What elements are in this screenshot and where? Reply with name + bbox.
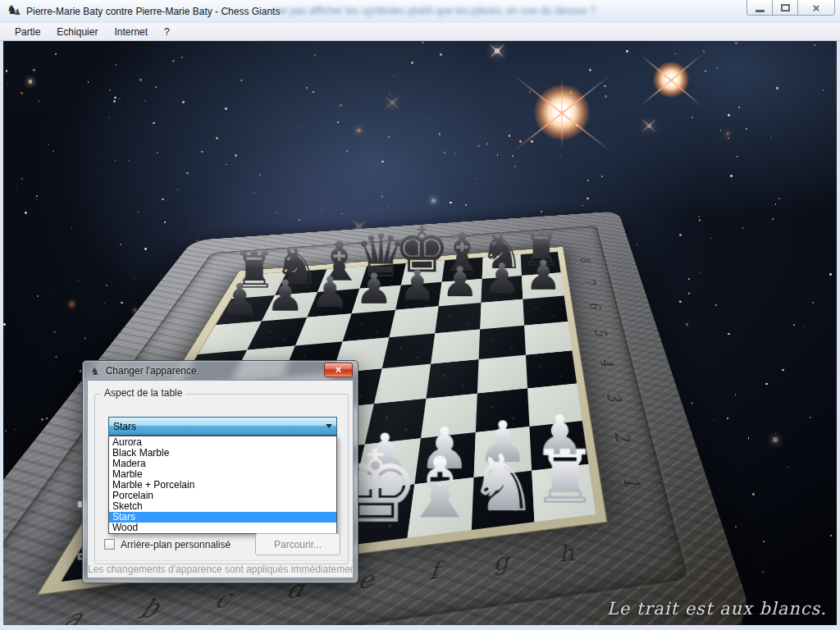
dialog-titlebar[interactable]: ♞ Changer l'apparence × (83, 361, 358, 379)
option-wood[interactable]: Wood (109, 523, 336, 533)
square-g6[interactable] (480, 299, 524, 330)
dialog-status-text: Les changements d'apparence sont appliqu… (88, 560, 353, 578)
menu-item-echiquier[interactable]: Echiquier (48, 25, 106, 39)
ghost-tooltip-text: ne pas afficher les symboles plutôt que … (276, 5, 751, 16)
square-h6[interactable] (523, 295, 568, 325)
close-icon: × (813, 2, 820, 14)
option-porcelain[interactable]: Porcelain (109, 491, 336, 501)
app-icon: ♞ ♟ (7, 4, 21, 19)
custom-background-label: Arrière-plan personnalisé (121, 539, 231, 550)
option-stars[interactable]: Stars (109, 512, 336, 523)
browse-button[interactable]: Parcourir... (255, 533, 340, 555)
table-aspect-combobox[interactable]: Stars (108, 417, 337, 436)
file-label-a: a (49, 602, 98, 625)
maximize-button[interactable] (772, 0, 798, 16)
custom-background-row: Arrière-plan personnalisé Parcourir... (104, 533, 341, 556)
file-label-g: g (487, 548, 515, 578)
custom-background-checkbox[interactable] (104, 539, 115, 550)
square-e6[interactable] (389, 306, 438, 337)
close-button[interactable]: × (797, 0, 835, 16)
combobox-value: Stars (113, 421, 136, 432)
maximize-icon (781, 4, 790, 11)
dialog-close-button[interactable]: × (324, 363, 353, 377)
square-d6[interactable] (343, 310, 395, 342)
rank-label-3: 3 (602, 389, 626, 406)
square-e5[interactable] (382, 333, 435, 368)
minimize-button[interactable] (746, 0, 773, 16)
rank-label-5: 5 (590, 326, 610, 339)
menu-item-partie[interactable]: Partie (7, 25, 48, 39)
square-g4[interactable] (477, 355, 527, 394)
square-e4[interactable] (374, 364, 431, 404)
menu-item-internet[interactable]: Internet (106, 25, 156, 39)
option-madera[interactable]: Madera (109, 459, 336, 469)
window-controls: × (747, 0, 835, 16)
file-label-b: b (127, 593, 171, 625)
square-f6[interactable] (435, 303, 481, 333)
piece-black-pawn[interactable]: ♟ (195, 278, 285, 322)
pawn-icon: ♟ (14, 7, 21, 16)
turn-status-message: Le trait est aux blancs. (607, 599, 827, 619)
square-a6[interactable] (198, 321, 262, 354)
knight-icon: ♞ (90, 365, 100, 377)
file-label-h: h (552, 540, 581, 568)
rank-label-6: 6 (585, 299, 605, 312)
square-f4[interactable] (426, 359, 478, 399)
dialog-client-area: Aspect de la table Stars AuroraBlack Mar… (87, 380, 354, 578)
dialog-title: Changer l'apparence (106, 365, 197, 377)
file-label-c: c (203, 583, 244, 616)
window-title: Pierre-Marie Baty contre Pierre-Marie Ba… (26, 6, 280, 17)
chevron-down-icon[interactable] (322, 418, 336, 434)
groupbox-label: Aspect de la table (101, 387, 185, 399)
minimize-icon (756, 10, 765, 12)
option-sketch[interactable]: Sketch (109, 501, 336, 512)
change-appearance-dialog: ♞ Changer l'apparence × Aspect de la tab… (82, 360, 358, 583)
titlebar: ♞ ♟ Pierre-Marie Baty contre Pierre-Mari… (0, 0, 840, 23)
menu-item-[interactable]: ? (156, 25, 178, 39)
menubar: PartieEchiquierInternet? (0, 23, 840, 41)
square-a7[interactable]: ♟ (216, 295, 275, 325)
square-h4[interactable] (526, 350, 577, 388)
square-g5[interactable] (479, 326, 526, 359)
file-label-f: f (419, 556, 450, 587)
rank-label-4: 4 (596, 355, 618, 371)
square-h5[interactable] (524, 322, 572, 355)
chess-giants-window: ♞ ♟ Pierre-Marie Baty contre Pierre-Mari… (0, 0, 840, 630)
square-f5[interactable] (431, 329, 480, 363)
table-aspect-droplist: AuroraBlack MarbleMaderaMarbleMarble + P… (108, 436, 337, 534)
